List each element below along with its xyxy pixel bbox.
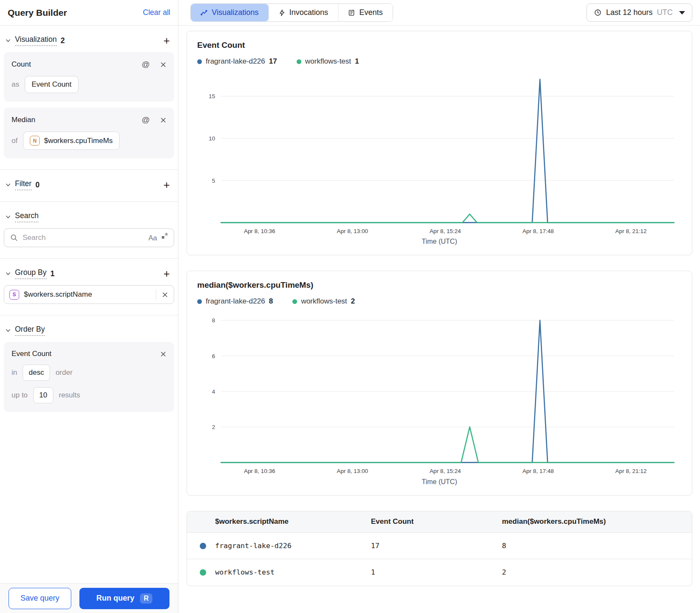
- caret-down-icon: [679, 11, 685, 15]
- field-value-box[interactable]: N $workers.cpuTimeMs: [23, 131, 120, 150]
- time-range-selector[interactable]: Last 12 hours UTC: [586, 3, 692, 22]
- svg-text:15: 15: [209, 93, 215, 99]
- visualization-count: 2: [61, 36, 65, 45]
- alias-at-icon[interactable]: @: [142, 115, 150, 125]
- line-chart-icon: [201, 10, 207, 16]
- remove-count-button[interactable]: [160, 61, 166, 68]
- order-by-section-label[interactable]: Order By: [15, 325, 45, 336]
- remove-order-by-button[interactable]: [160, 351, 166, 357]
- clear-all-button[interactable]: Clear all: [143, 8, 170, 17]
- table-row[interactable]: workflows-test 1 2: [187, 559, 692, 586]
- group-by-value: $workers.scriptName: [24, 290, 92, 299]
- group-by-section-label[interactable]: Group By: [15, 268, 47, 279]
- limit-box[interactable]: 10: [33, 387, 53, 403]
- aggregation-card-median: Median @ of N $workers.cpuTimeMs: [4, 108, 174, 158]
- view-tabs: Visualizations Invocations Events: [190, 3, 393, 22]
- tab-visualizations[interactable]: Visualizations: [191, 4, 268, 21]
- chevron-down-icon[interactable]: [5, 214, 11, 220]
- timezone-label: UTC: [657, 8, 673, 17]
- chart-card-median-cputime: median($workers.cpuTimeMs) fragrant-lake…: [187, 271, 692, 495]
- chevron-down-icon[interactable]: [5, 38, 11, 44]
- alias-at-icon[interactable]: @: [142, 60, 150, 69]
- group-by-count: 1: [50, 269, 55, 278]
- tab-events[interactable]: Events: [338, 4, 393, 21]
- group-by-item[interactable]: S $workers.scriptName: [4, 285, 174, 304]
- cell-event-count: 17: [371, 542, 379, 550]
- chart-card-event-count: Event Count fragrant-lake-d226 17 workfl…: [187, 31, 692, 255]
- results-label: results: [59, 391, 80, 400]
- svg-text:Apr 8, 13:00: Apr 8, 13:00: [337, 468, 368, 475]
- legend-dot: [292, 299, 297, 304]
- svg-text:Apr 8, 17:48: Apr 8, 17:48: [522, 228, 554, 234]
- filter-section-label[interactable]: Filter: [15, 179, 32, 190]
- of-label: of: [12, 137, 18, 145]
- chevron-down-icon[interactable]: [5, 182, 11, 188]
- sidebar-action-bar: Save query Run query R: [0, 583, 178, 613]
- section-visualization: Visualization 2 + Count @ as Event Count: [0, 26, 178, 170]
- run-query-shortcut-badge: R: [140, 593, 153, 604]
- svg-text:8: 8: [212, 318, 215, 324]
- visualization-section-label[interactable]: Visualization: [15, 35, 57, 46]
- column-header-script-name: $workers.scriptName: [187, 511, 371, 533]
- svg-text:Apr 8, 15:24: Apr 8, 15:24: [429, 228, 461, 234]
- up-to-label: up to: [12, 391, 28, 400]
- alias-value-box[interactable]: Event Count: [25, 76, 79, 93]
- top-bar: Visualizations Invocations Events Last 1…: [178, 0, 700, 26]
- clipboard-icon: [348, 9, 355, 16]
- tab-label: Invocations: [289, 8, 328, 17]
- svg-text:Apr 8, 13:00: Apr 8, 13:00: [337, 228, 368, 234]
- field-value: $workers.cpuTimeMs: [44, 137, 113, 145]
- add-filter-button[interactable]: +: [162, 181, 172, 189]
- section-group-by: Group By 1 + S $workers.scriptName: [0, 259, 178, 315]
- cell-event-count: 1: [371, 568, 375, 576]
- search-section-label[interactable]: Search: [15, 211, 38, 222]
- legend-value: 1: [355, 57, 359, 66]
- line-chart: 2468Apr 8, 10:36Apr 8, 13:00Apr 8, 15:24…: [197, 311, 682, 477]
- search-icon: [10, 234, 18, 242]
- svg-text:Apr 8, 17:48: Apr 8, 17:48: [522, 468, 554, 475]
- column-header-median: median($workers.cpuTimeMs): [502, 511, 692, 533]
- legend-item[interactable]: workflows-test 1: [297, 57, 359, 66]
- aggregation-card-count: Count @ as Event Count: [4, 52, 174, 102]
- cell-script-name: workflows-test: [215, 568, 274, 576]
- chevron-down-icon[interactable]: [5, 271, 11, 277]
- add-visualization-button[interactable]: +: [162, 37, 172, 44]
- sidebar-header: Query Builder Clear all: [0, 0, 178, 26]
- tab-invocations[interactable]: Invocations: [268, 4, 338, 21]
- svg-text:Apr 8, 21:12: Apr 8, 21:12: [615, 228, 647, 234]
- legend-item[interactable]: fragrant-lake-d226 17: [197, 57, 277, 66]
- legend-name: workflows-test: [301, 297, 347, 306]
- run-query-button[interactable]: Run query R: [79, 588, 169, 609]
- chart-legend: fragrant-lake-d226 17 workflows-test 1: [197, 57, 682, 66]
- order-by-field-label: Event Count: [12, 350, 52, 358]
- legend-dot: [297, 59, 301, 64]
- time-range-label: Last 12 hours: [606, 8, 653, 17]
- match-case-button[interactable]: Aa: [149, 234, 157, 242]
- remove-group-by-button[interactable]: [156, 292, 174, 298]
- search-input[interactable]: [23, 234, 144, 242]
- aggregation-label: Count: [12, 60, 31, 69]
- direction-box[interactable]: desc: [23, 365, 50, 381]
- series-dot: [200, 569, 206, 575]
- in-label: in: [12, 368, 17, 377]
- results-table-card: $workers.scriptName Event Count median($…: [187, 511, 692, 586]
- search-box: Aa *: [4, 228, 174, 247]
- svg-text:2: 2: [212, 424, 215, 430]
- as-label: as: [12, 80, 19, 89]
- legend-item[interactable]: workflows-test 2: [292, 297, 355, 306]
- save-query-button[interactable]: Save query: [9, 588, 71, 609]
- clock-icon: [594, 9, 602, 17]
- run-query-label: Run query: [96, 594, 134, 603]
- results-table: $workers.scriptName Event Count median($…: [187, 511, 692, 586]
- legend-item[interactable]: fragrant-lake-d226 8: [197, 297, 273, 306]
- page-title: Query Builder: [8, 8, 67, 18]
- table-row[interactable]: fragrant-lake-d226 17 8: [187, 533, 692, 559]
- legend-dot: [197, 59, 202, 64]
- remove-median-button[interactable]: [160, 117, 166, 123]
- chevron-down-icon[interactable]: [5, 327, 11, 333]
- add-group-by-button[interactable]: +: [162, 270, 172, 277]
- string-type-icon: S: [9, 290, 19, 300]
- regex-button[interactable]: *: [162, 236, 168, 240]
- section-filter: Filter 0 +: [0, 170, 178, 202]
- legend-value: 2: [351, 297, 355, 306]
